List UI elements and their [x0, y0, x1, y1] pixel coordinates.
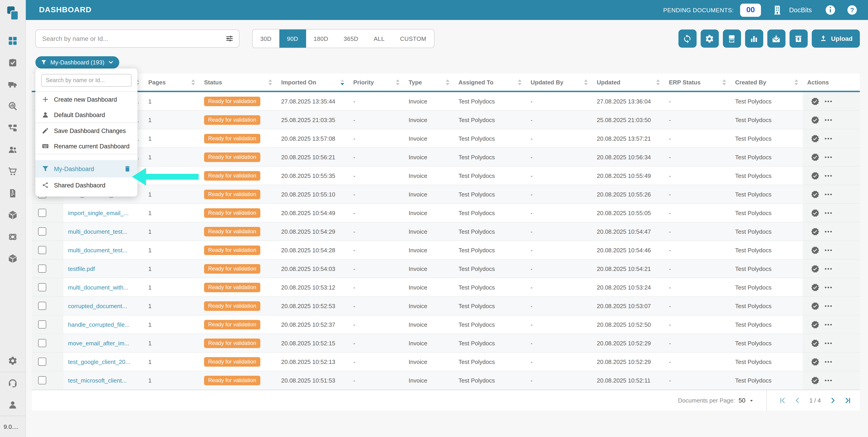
previous-page-icon[interactable] — [794, 397, 801, 404]
more-actions-icon[interactable] — [824, 227, 833, 236]
sort-arrows-icon[interactable] — [446, 79, 450, 85]
row-checkbox[interactable] — [38, 246, 46, 254]
last-page-icon[interactable] — [844, 397, 852, 404]
document-name-link[interactable]: import_single_email_... — [68, 209, 129, 216]
sidebar-item-packages[interactable] — [0, 204, 25, 226]
range-button-180d[interactable]: 180D — [306, 29, 336, 48]
document-name-link[interactable]: corrupted_document... — [68, 302, 127, 309]
sort-arrows-icon[interactable] — [722, 79, 726, 85]
sidebar-item-products[interactable] — [0, 248, 25, 269]
row-checkbox[interactable] — [38, 302, 46, 310]
help-icon[interactable] — [846, 4, 858, 16]
sidebar-item-invoices[interactable] — [0, 182, 25, 204]
row-checkbox[interactable] — [38, 265, 46, 273]
more-actions-icon[interactable] — [824, 283, 833, 292]
range-button-90d[interactable]: 90D — [279, 29, 306, 48]
seal-check-icon[interactable] — [811, 320, 819, 329]
seal-check-icon[interactable] — [811, 171, 819, 180]
trash-icon[interactable] — [124, 165, 131, 172]
sidebar-item-dashboard[interactable] — [0, 30, 25, 52]
more-actions-icon[interactable] — [824, 171, 833, 180]
sidebar-item-support[interactable] — [0, 372, 25, 394]
seal-check-icon[interactable] — [811, 134, 819, 143]
first-page-icon[interactable] — [778, 397, 786, 404]
menu-item-my-dashboard[interactable]: My-Dashboard — [35, 160, 137, 177]
document-name-link[interactable]: multi_document_test... — [68, 246, 127, 254]
document-name-link[interactable]: test_google_client_20... — [68, 358, 130, 365]
more-actions-icon[interactable] — [824, 264, 833, 273]
per-page-value[interactable]: 50 — [739, 397, 745, 404]
filter-tune-icon[interactable] — [225, 34, 234, 43]
sort-arrows-icon[interactable] — [656, 79, 660, 85]
document-name-link[interactable]: multi_document_with... — [68, 284, 128, 291]
seal-check-icon[interactable] — [811, 246, 819, 254]
export-button[interactable] — [789, 29, 807, 48]
seal-check-icon[interactable] — [811, 339, 819, 347]
row-checkbox[interactable] — [38, 376, 46, 384]
more-actions-icon[interactable] — [824, 153, 833, 161]
more-actions-icon[interactable] — [824, 301, 833, 310]
more-actions-icon[interactable] — [824, 376, 833, 385]
document-name-link[interactable]: move_email_after_im... — [68, 340, 129, 347]
range-button-30d[interactable]: 30D — [253, 29, 279, 48]
mail-import-button[interactable] — [767, 29, 785, 48]
sidebar-item-settings[interactable] — [0, 350, 25, 372]
range-button-365d[interactable]: 365D — [336, 29, 366, 48]
document-name-link[interactable]: test_microsoft_client... — [68, 377, 127, 384]
seal-check-icon[interactable] — [811, 376, 819, 385]
seal-check-icon[interactable] — [811, 153, 819, 161]
document-name-link[interactable]: handle_corrupted_file... — [68, 321, 130, 328]
row-checkbox[interactable] — [38, 320, 46, 328]
upload-button[interactable]: Upload — [811, 29, 860, 48]
sort-arrows-icon[interactable] — [341, 79, 344, 85]
sort-arrows-icon[interactable] — [269, 79, 272, 85]
statistics-button[interactable] — [745, 29, 763, 48]
menu-item-default-dashboard[interactable]: Default Dashboard — [35, 107, 137, 122]
more-actions-icon[interactable] — [824, 116, 833, 124]
next-page-icon[interactable] — [829, 397, 837, 404]
sort-arrows-icon[interactable] — [584, 79, 588, 85]
sidebar-item-analytics[interactable] — [0, 95, 25, 117]
per-page-caret-down-icon[interactable] — [748, 397, 754, 404]
row-checkbox[interactable] — [38, 357, 46, 366]
sort-arrows-icon[interactable] — [795, 79, 798, 85]
more-actions-icon[interactable] — [824, 97, 833, 106]
sort-arrows-icon[interactable] — [396, 79, 400, 85]
sidebar-item-workflow[interactable] — [0, 117, 25, 139]
sidebar-item-profile[interactable] — [0, 394, 25, 416]
menu-item-shared-dashbaord[interactable]: Shared Dashbaord — [35, 177, 137, 193]
more-actions-icon[interactable] — [824, 134, 833, 143]
app-logo-icon[interactable] — [5, 5, 21, 21]
sidebar-item-users[interactable] — [0, 139, 25, 161]
sort-arrows-icon[interactable] — [518, 79, 522, 85]
menu-item-create-new-dashboard[interactable]: Create new Dashboard — [35, 92, 137, 107]
search-input[interactable] — [35, 29, 240, 48]
row-checkbox[interactable] — [38, 339, 46, 347]
menu-item-rename-current-dashboard[interactable]: Rename current Dashboard — [35, 138, 137, 154]
range-button-all[interactable]: ALL — [366, 29, 392, 48]
document-name-link[interactable]: multi_document_test... — [68, 228, 127, 235]
menu-item-save-dashboard-changes[interactable]: Save Dashboard Changes — [35, 123, 137, 138]
sidebar-item-purchase-orders[interactable] — [0, 161, 25, 182]
range-button-custom[interactable]: CUSTOM — [392, 29, 434, 48]
dropdown-search-input[interactable] — [41, 74, 131, 87]
refresh-button[interactable] — [678, 29, 696, 48]
organization-building-icon[interactable] — [772, 4, 783, 16]
seal-check-icon[interactable] — [811, 357, 819, 366]
row-checkbox[interactable] — [38, 283, 46, 291]
seal-check-icon[interactable] — [811, 116, 819, 124]
more-actions-icon[interactable] — [824, 357, 833, 366]
sidebar-item-shipments[interactable] — [0, 74, 25, 95]
seal-check-icon[interactable] — [811, 227, 819, 236]
settings-button[interactable] — [701, 29, 719, 48]
more-actions-icon[interactable] — [824, 208, 833, 217]
seal-check-icon[interactable] — [811, 301, 819, 310]
sidebar-item-integrations[interactable] — [0, 226, 25, 248]
seal-check-icon[interactable] — [811, 97, 819, 106]
info-icon[interactable] — [825, 4, 836, 16]
sidebar-item-validation[interactable] — [0, 52, 25, 74]
seal-check-icon[interactable] — [811, 208, 819, 217]
dashboard-selector-chip[interactable]: My-Dashboard (193) — [35, 56, 119, 68]
seal-check-icon[interactable] — [811, 283, 819, 292]
more-actions-icon[interactable] — [824, 339, 833, 347]
